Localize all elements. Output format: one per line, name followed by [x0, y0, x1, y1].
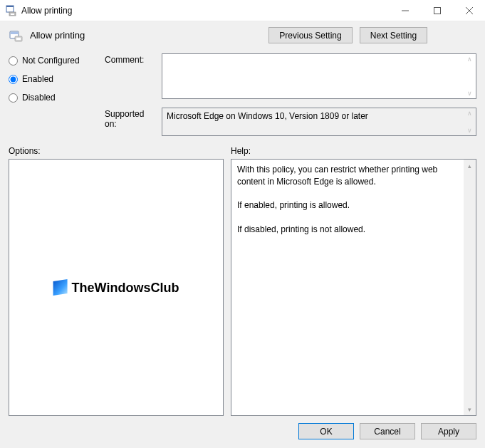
svg-rect-1	[6, 6, 14, 7]
radio-not-configured-label: Not Configured	[22, 56, 80, 66]
watermark-text: TheWindowsClub	[72, 280, 179, 295]
radio-enabled-label: Enabled	[22, 74, 53, 84]
supported-scroll-hints: ∧∨	[464, 108, 474, 135]
radio-disabled-label: Disabled	[22, 93, 56, 103]
help-pane: With this policy, you can restrict wheth…	[231, 159, 476, 416]
radio-not-configured-input[interactable]	[9, 56, 18, 66]
setting-title: Allow printing	[30, 30, 85, 41]
radio-enabled-input[interactable]	[9, 75, 18, 84]
next-setting-button[interactable]: Next Setting	[360, 27, 427, 43]
scroll-up-icon[interactable]: ▴	[464, 160, 476, 172]
cancel-button[interactable]: Cancel	[360, 423, 415, 439]
watermark-logo-icon	[53, 279, 68, 296]
options-label: Options:	[9, 146, 231, 156]
ok-button[interactable]: OK	[298, 423, 354, 439]
title-bar: Allow printing	[0, 0, 485, 21]
svg-rect-11	[16, 38, 21, 40]
help-text: With this policy, you can restrict wheth…	[231, 160, 476, 240]
supported-on-value: Microsoft Edge on Windows 10, Version 18…	[167, 111, 368, 121]
previous-setting-button[interactable]: Previous Setting	[268, 27, 352, 43]
svg-rect-9	[11, 32, 18, 34]
comment-label: Comment:	[105, 53, 155, 99]
comment-scroll-hints: ∧∨	[464, 54, 474, 98]
radio-disabled-input[interactable]	[9, 93, 18, 103]
setting-icon	[9, 28, 23, 43]
scroll-track[interactable]	[464, 172, 476, 403]
help-scrollbar[interactable]: ▴ ▾	[464, 160, 476, 415]
radio-not-configured[interactable]: Not Configured	[9, 56, 98, 66]
svg-rect-5	[434, 7, 440, 14]
supported-label: Supported on:	[105, 108, 155, 136]
minimize-button[interactable]	[389, 0, 421, 21]
window-title: Allow printing	[21, 6, 72, 16]
supported-on-box: Microsoft Edge on Windows 10, Version 18…	[162, 108, 476, 136]
maximize-button[interactable]	[421, 0, 453, 21]
apply-button[interactable]: Apply	[421, 423, 476, 439]
scroll-down-icon[interactable]: ▾	[464, 403, 476, 415]
help-label: Help:	[231, 146, 251, 156]
close-button[interactable]	[453, 0, 485, 21]
svg-rect-3	[11, 14, 14, 15]
watermark: TheWindowsClub	[53, 280, 179, 295]
app-icon	[6, 5, 17, 16]
radio-enabled[interactable]: Enabled	[9, 74, 98, 84]
comment-textarea[interactable]: ∧∨	[162, 53, 476, 99]
options-pane: TheWindowsClub	[9, 159, 224, 416]
radio-disabled[interactable]: Disabled	[9, 93, 98, 103]
